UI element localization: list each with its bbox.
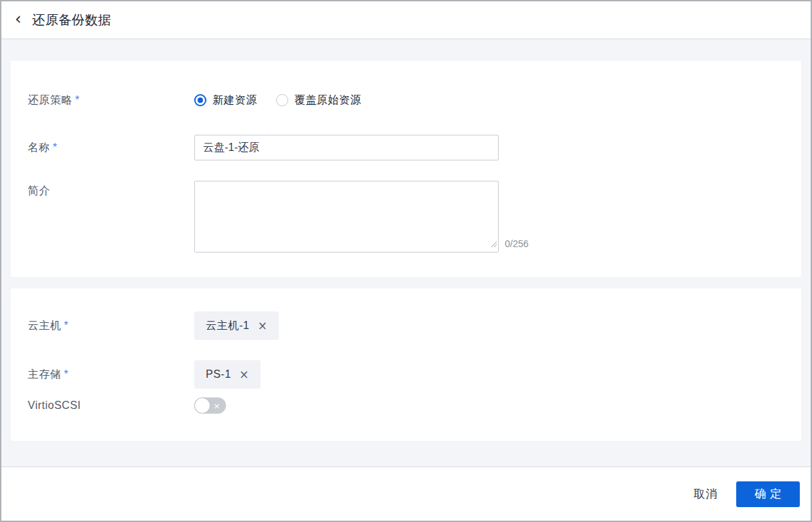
description-label: 简介 [28,181,194,198]
label-text: 还原策略 [28,94,72,106]
name-input[interactable] [194,135,499,160]
char-counter: 0/256 [505,239,528,253]
label-text: 云主机 [28,320,62,331]
label-text: 简介 [28,185,50,196]
virtio-scsi-label: VirtioSCSI [28,399,194,412]
primary-storage-tag: PS-1 × [194,360,261,389]
radio-selected-icon[interactable] [194,94,206,106]
radio-unselected-icon[interactable] [276,94,288,106]
primary-storage-row: 主存储* PS-1 × [28,360,784,389]
virtio-scsi-row: VirtioSCSI × [28,397,784,414]
back-icon[interactable]: ‹ [15,11,22,27]
vm-row: 云主机* 云主机-1 × [28,311,784,340]
radio-option[interactable]: 覆盖原始资源 [276,93,361,108]
cancel-button[interactable]: 取消 [694,486,718,502]
resize-handle-icon[interactable] [491,238,497,251]
vm-tag-label: 云主机-1 [206,319,250,333]
page-header: ‹ 还原备份数据 [1,1,811,39]
label-text: 主存储 [28,368,62,380]
form-body: 还原策略* 新建资源覆盖原始资源 名称* 简介 0/256 [1,39,811,466]
description-textarea[interactable] [194,181,499,253]
textarea-wrap [194,181,499,253]
description-field: 0/256 [194,181,528,253]
vm-tag: 云主机-1 × [194,311,279,340]
primary-storage-tag-label: PS-1 [206,368,231,380]
radio-option[interactable]: 新建资源 [194,93,257,108]
remove-primary-storage-icon[interactable]: × [240,369,250,380]
restore-policy-label: 还原策略* [28,93,194,108]
page-title: 还原备份数据 [32,12,112,29]
vm-label: 云主机* [28,319,194,333]
radio-option-label: 覆盖原始资源 [294,93,361,108]
description-row: 简介 0/256 [28,181,784,253]
required-asterisk: * [75,94,80,106]
label-text: VirtioSCSI [28,399,81,411]
name-label: 名称* [28,141,194,155]
toggle-knob [195,398,210,413]
name-row: 名称* [28,135,784,160]
required-asterisk: * [64,320,69,331]
required-asterisk: * [53,142,58,153]
confirm-button[interactable]: 确定 [736,481,800,507]
label-text: 名称 [28,142,50,153]
action-bar: 取消 确定 [1,466,811,521]
toggle-off-icon: × [213,401,221,410]
restore-policy-options: 新建资源覆盖原始资源 [194,93,361,108]
virtio-scsi-toggle[interactable]: × [194,397,226,414]
restore-policy-row: 还原策略* 新建资源覆盖原始资源 [28,92,784,108]
primary-storage-label: 主存储* [28,368,194,382]
radio-option-label: 新建资源 [212,93,257,108]
required-asterisk: * [64,368,69,380]
basic-info-panel: 还原策略* 新建资源覆盖原始资源 名称* 简介 0/256 [11,61,801,277]
remove-vm-icon[interactable]: × [258,320,268,332]
target-resource-panel: 云主机* 云主机-1 × 主存储* PS-1 × VirtioSCSI × [11,288,801,441]
